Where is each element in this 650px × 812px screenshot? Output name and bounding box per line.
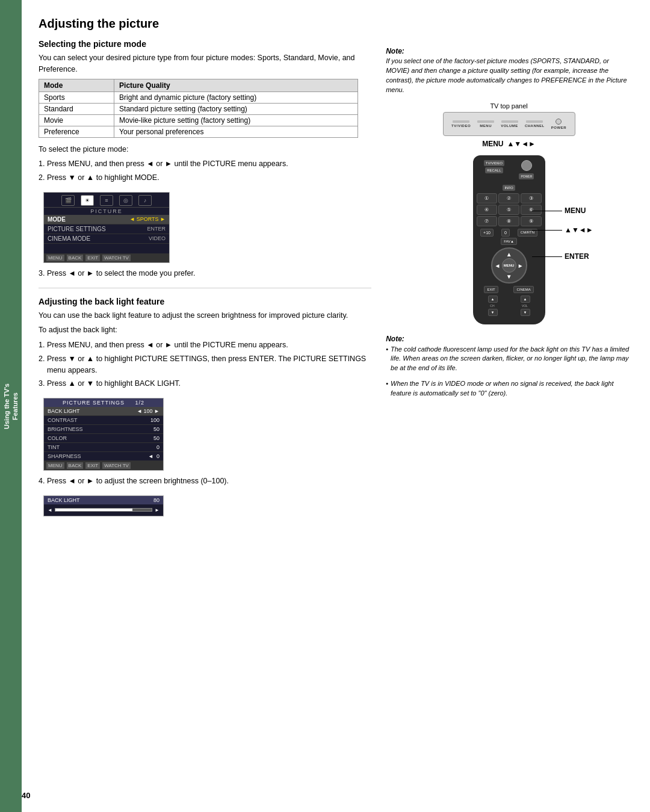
pic-settings-row-tint: TINT 0 [44, 443, 163, 452]
menu-icon-note: ♪ [138, 195, 152, 206]
page-number: 40 [22, 791, 30, 800]
remote-vol-up-btn[interactable]: ▲ [521, 296, 530, 303]
note-bullet-1-text: The cold cathode fluorescent lamp used f… [391, 345, 632, 374]
tv-menu-btn: MENU [477, 120, 494, 128]
right-column: Note: If you select one of the factory-s… [386, 39, 632, 521]
note-label-1: Note: [386, 46, 632, 57]
tv-panel-image: TV/VIDEO MENU VOLUME CHANNEL [443, 112, 575, 136]
remote-btn-7[interactable]: ⑦ [477, 216, 498, 226]
remote-btn-4[interactable]: ④ [477, 205, 498, 215]
remote-label-arrows: ▲▼◄► [532, 223, 593, 237]
tv-volume-btn: VOLUME [501, 120, 518, 128]
pic-settings-row-brightness: BRIGHTNESS 50 [44, 425, 163, 434]
pic-settings-row-color: COLOR 50 [44, 434, 163, 443]
menu-icon-circle: ◎ [119, 195, 132, 206]
select-mode-step3-list: Press ◄ or ► to select the mode you pref… [39, 268, 371, 279]
pic-settings-bottom-bar: MENU BACK EXIT WATCH TV [44, 461, 163, 470]
tv-panel-label: TV top panel [386, 102, 632, 110]
mode-table: Mode Picture Quality SportsBright and dy… [39, 79, 358, 138]
adjusting-backlight-section: Adjusting the back light feature You can… [39, 297, 371, 521]
mode-table-row-0-mode: Sports [39, 91, 114, 103]
menu-icon-list: ≡ [100, 195, 113, 206]
menu-icon-sun: ☀ [81, 195, 94, 206]
picture-settings-screenshot: PICTURE SETTINGS 1/2 BACK LIGHT ◄ 100 ► … [43, 398, 164, 471]
backlight-bar-row: ◄ ► [44, 504, 163, 516]
selecting-mode-intro: You can select your desired picture type… [39, 52, 371, 75]
tv-channel-btn: CHANNEL [525, 120, 545, 128]
remote-nav-up[interactable]: ▲ [506, 251, 512, 258]
remote-btn-2[interactable]: ② [498, 193, 519, 203]
backlight-step-1: Press MENU, and then press ◄ or ► until … [47, 339, 371, 351]
remote-info-btn: INFO [477, 182, 542, 191]
remote-exit-cinema-row: EXIT CINEMA [477, 286, 542, 293]
backlight-bar-screenshot: BACK LIGHT 80 ◄ ► [43, 495, 164, 516]
tv-power-btn: POWER [551, 119, 566, 129]
pic-settings-row-contrast: CONTRAST 100 [44, 416, 163, 425]
note-bullet-2: • When the TV is in VIDEO mode or when n… [386, 379, 632, 402]
steps-intro: To select the picture mode: [39, 144, 371, 155]
select-mode-steps: Press MENU, and then press ◄ or ► until … [39, 158, 371, 184]
mode-table-row-0-quality: Bright and dynamic picture (factory sett… [114, 91, 358, 103]
pic-settings-row-backlight: BACK LIGHT ◄ 100 ► [44, 407, 163, 416]
remote-power-btn[interactable] [521, 160, 532, 171]
remote-btn-1[interactable]: ① [477, 193, 498, 203]
remote-tv-video-btn: TV/VIDEO [484, 160, 504, 166]
tv-video-btn: TV/VIDEO [451, 120, 471, 128]
page-title: Adjusting the picture [39, 17, 632, 31]
backlight-step-3: Press ▲ or ▼ to highlight BACK LIGHT. [47, 378, 371, 389]
remote-btn-3[interactable]: ③ [521, 193, 542, 203]
left-column: Selecting the picture mode You can selec… [39, 39, 371, 521]
remote-nav-ring: ▲ ▼ ◄ ► MENU [491, 247, 527, 284]
menu-indicator: MENU ▲▼◄► [386, 140, 632, 148]
menu-title-label: PICTURE [44, 208, 169, 215]
mode-table-row-3-quality: Your personal preferences [114, 126, 358, 137]
two-col-layout: Selecting the picture mode You can selec… [39, 39, 632, 521]
remote-plus10-btn[interactable]: +10 [480, 229, 494, 237]
page: Using the TV's Features Adjusting the pi… [0, 0, 650, 812]
remote-vol-down-btn[interactable]: ▼ [521, 309, 530, 316]
remote-fav-btn[interactable]: FAV▲ [501, 238, 517, 245]
remote-btn-8[interactable]: ⑧ [498, 216, 519, 226]
remote-btn-5[interactable]: ⑤ [498, 205, 519, 215]
section-divider [39, 288, 371, 288]
remote-ch-down-btn[interactable]: ▼ [488, 309, 498, 316]
note-bullet-2-text: When the TV is in VIDEO mode or when no … [391, 379, 632, 398]
mode-table-row-3-mode: Preference [39, 126, 114, 137]
remote-cinema-btn[interactable]: CINEMA [513, 286, 533, 293]
mode-table-row-1-quality: Standard picture setting (factory settin… [114, 103, 358, 114]
menu-icons-row: 🎬 ☀ ≡ ◎ ♪ [44, 193, 169, 208]
picture-menu-screenshot: 🎬 ☀ ≡ ◎ ♪ PICTURE MODE ◄ SPORTS ► PIC [43, 192, 170, 263]
remote-nav-left[interactable]: ◄ [495, 262, 501, 269]
backlight-bar-outer [55, 508, 152, 512]
step-2: Press ▼ or ▲ to highlight MODE. [47, 172, 371, 184]
remote-nav-right[interactable]: ► [518, 262, 524, 269]
sidebar-label: Using the TV's Features [2, 383, 20, 429]
remote-ch-up-btn[interactable]: ▲ [488, 296, 498, 303]
backlight-step4-list: Press ◄ or ► to adjust the screen bright… [39, 476, 371, 487]
remote-nav-down[interactable]: ▼ [506, 273, 512, 280]
remote-bottom-down-arrows: ▼ ▼ [477, 309, 542, 316]
remote-exit-btn[interactable]: EXIT [484, 286, 498, 293]
backlight-intro: You can use the back light feature to ad… [39, 310, 371, 321]
backlight-steps-intro: To adjust the back light: [39, 324, 371, 336]
col-quality-header: Picture Quality [114, 79, 358, 91]
step-1: Press MENU, and then press ◄ or ► until … [47, 158, 371, 170]
mode-table-row-2-mode: Movie [39, 114, 114, 126]
note-bullet-1: • The cold cathode fluorescent lamp used… [386, 345, 632, 377]
remote-0-btn[interactable]: 0 [501, 229, 510, 237]
menu-row-mode: MODE ◄ SPORTS ► [44, 215, 169, 225]
remote-bottom-arrows: ▲ ▲ [477, 296, 542, 303]
remote-power-label: POWER [519, 173, 534, 179]
backlight-bar-fill [55, 509, 132, 511]
note-label-2: Note: [386, 334, 632, 344]
remote-bottom-labels: CH VOL [477, 304, 542, 308]
backlight-steps: Press MENU, and then press ◄ or ► until … [39, 339, 371, 389]
menu-bottom-bar: MENU BACK EXIT WATCH TV [44, 253, 169, 262]
remote-label-menu: MENU [532, 203, 593, 218]
col-mode-header: Mode [39, 79, 114, 91]
backlight-note: Note: • The cold cathode fluorescent lam… [386, 334, 632, 402]
remote-menu-center-btn[interactable]: MENU [502, 258, 516, 273]
mode-table-row-2-quality: Movie-like picture setting (factory sett… [114, 114, 358, 126]
remote-top-buttons: TV/VIDEO RECALL POWER [477, 160, 542, 179]
remote-label-enter: ENTER [532, 249, 593, 264]
